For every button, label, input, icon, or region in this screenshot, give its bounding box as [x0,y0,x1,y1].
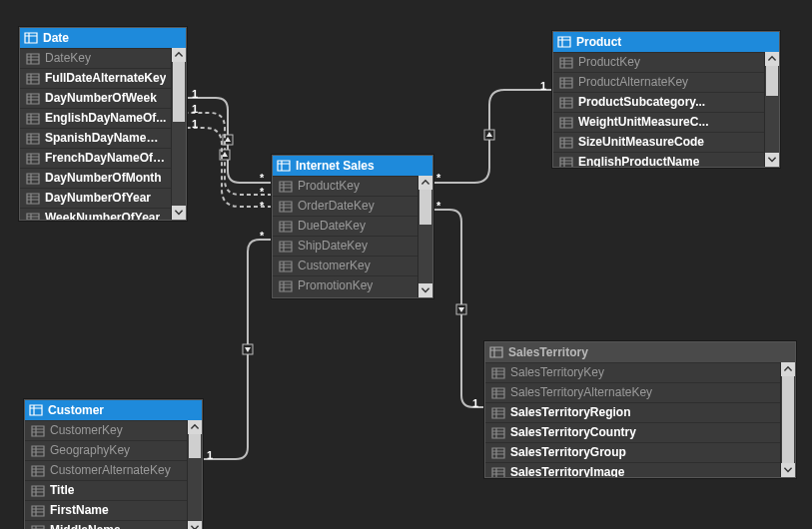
scroll-up-button[interactable] [781,362,795,376]
scrollbar[interactable] [417,176,432,297]
column-icon [26,113,40,125]
column-customer-0[interactable]: CustomerKey [25,420,187,440]
column-label: ProductKey [298,177,360,196]
table-header-product[interactable]: Product [553,32,779,52]
column-icon [491,427,505,439]
scrollbar[interactable] [187,420,202,529]
column-salesterritory-3[interactable]: SalesTerritoryCountry [485,422,780,442]
column-salesterritory-4[interactable]: SalesTerritoryGroup [485,442,780,462]
column-customer-4[interactable]: FirstName [25,500,187,520]
scrollbar[interactable] [780,362,795,477]
card-date-one-c: 1 [192,118,198,130]
scroll-thumb[interactable] [419,190,431,225]
table-header-customer[interactable]: Customer [25,400,202,420]
column-label: FrenchDayNameOfW... [45,149,167,168]
column-date-3[interactable]: EnglishDayNameOf... [20,108,171,128]
card-date-one-b: 1 [192,103,198,115]
scroll-down-button[interactable] [781,463,795,477]
table-internetsales[interactable]: Internet SalesProductKeyOrderDateKeyDueD… [272,155,433,298]
column-label: DayNumberOfMonth [45,169,162,188]
column-date-6[interactable]: DayNumberOfMonth [20,168,171,188]
column-icon [31,525,45,530]
column-icon [491,407,505,419]
column-label: SalesTerritoryRegion [510,403,630,422]
column-salesterritory-1[interactable]: SalesTerritoryAlternateKey [485,382,780,402]
column-product-3[interactable]: WeightUnitMeasureC... [553,112,764,132]
column-date-2[interactable]: DayNumberOfWeek [20,88,171,108]
scroll-down-button[interactable] [765,153,779,167]
table-title: Internet Sales [296,156,375,176]
column-icon [559,157,573,168]
column-icon [31,445,45,457]
column-label: SizeUnitMeasureCode [578,133,704,152]
column-product-0[interactable]: ProductKey [553,52,764,72]
column-date-1[interactable]: FullDateAlternateKey [20,68,171,88]
column-internetsales-3[interactable]: ShipDateKey [273,236,417,256]
scroll-thumb[interactable] [173,62,185,122]
column-internetsales-2[interactable]: DueDateKey [273,216,417,236]
table-customer[interactable]: CustomerCustomerKeyGeographyKeyCustomerA… [24,399,203,529]
table-date[interactable]: DateDateKeyFullDateAlternateKeyDayNumber… [19,27,187,221]
column-product-5[interactable]: EnglishProductName [553,152,764,167]
column-label: CustomerKey [50,421,123,440]
table-title: SalesTerritory [508,342,588,362]
column-icon [26,153,40,165]
column-label: ShipDateKey [298,237,368,256]
table-title: Date [43,28,69,48]
column-date-5[interactable]: FrenchDayNameOfW... [20,148,171,168]
column-customer-2[interactable]: CustomerAlternateKey [25,460,187,480]
column-product-4[interactable]: SizeUnitMeasureCode [553,132,764,152]
column-icon [26,173,40,185]
column-label: SalesTerritoryAlternateKey [510,383,652,402]
scrollbar[interactable] [171,48,186,220]
column-label: SalesTerritoryCountry [510,423,636,442]
column-label: PromotionKey [298,276,373,295]
column-icon [279,221,293,233]
table-title: Customer [48,400,104,420]
column-customer-5[interactable]: MiddleName [25,520,187,529]
column-salesterritory-2[interactable]: SalesTerritoryRegion [485,402,780,422]
column-label: DayNumberOfWeek [45,89,157,108]
column-internetsales-0[interactable]: ProductKey [273,176,417,196]
scroll-up-button[interactable] [188,420,202,434]
scroll-up-button[interactable] [765,52,779,66]
column-salesterritory-0[interactable]: SalesTerritoryKey [485,362,780,382]
table-icon [277,159,291,173]
table-product[interactable]: ProductProductKeyProductAlternateKeyProd… [552,31,780,168]
table-header-date[interactable]: Date [20,28,186,48]
table-columns: SalesTerritoryKeySalesTerritoryAlternate… [485,362,780,477]
column-internetsales-1[interactable]: OrderDateKey [273,196,417,216]
scroll-down-button[interactable] [418,283,432,297]
card-is-many-prod: * [436,172,440,184]
card-date-one: 1 [192,88,198,100]
column-customer-3[interactable]: Title [25,480,187,500]
column-label: ProductSubcategory... [578,93,705,112]
scroll-down-button[interactable] [188,521,202,529]
column-date-0[interactable]: DateKey [20,48,171,68]
column-customer-1[interactable]: GeographyKey [25,440,187,460]
column-date-8[interactable]: WeekNumberOfYear [20,208,171,220]
column-date-4[interactable]: SpanishDayNameOf... [20,128,171,148]
scroll-thumb[interactable] [782,376,794,463]
scroll-thumb[interactable] [766,66,778,96]
column-label: ProductKey [578,53,640,72]
scroll-up-button[interactable] [172,48,186,62]
scrollbar[interactable] [764,52,779,167]
scroll-up-button[interactable] [418,176,432,190]
column-product-1[interactable]: ProductAlternateKey [553,72,764,92]
table-icon [24,31,38,45]
column-internetsales-5[interactable]: PromotionKey [273,275,417,295]
column-product-2[interactable]: ProductSubcategory... [553,92,764,112]
column-internetsales-4[interactable]: CustomerKey [273,256,417,275]
column-label: CustomerAlternateKey [50,461,171,480]
table-header-salesterritory[interactable]: SalesTerritory [485,342,795,362]
column-icon [279,241,293,253]
scroll-thumb[interactable] [189,434,201,458]
table-salesterritory[interactable]: SalesTerritorySalesTerritoryKeySalesTerr… [484,341,796,478]
table-header-internetsales[interactable]: Internet Sales [273,156,432,176]
column-icon [26,213,40,221]
column-date-7[interactable]: DayNumberOfYear [20,188,171,208]
scroll-down-button[interactable] [172,206,186,220]
column-salesterritory-5[interactable]: SalesTerritoryImage [485,462,780,477]
column-icon [26,193,40,205]
